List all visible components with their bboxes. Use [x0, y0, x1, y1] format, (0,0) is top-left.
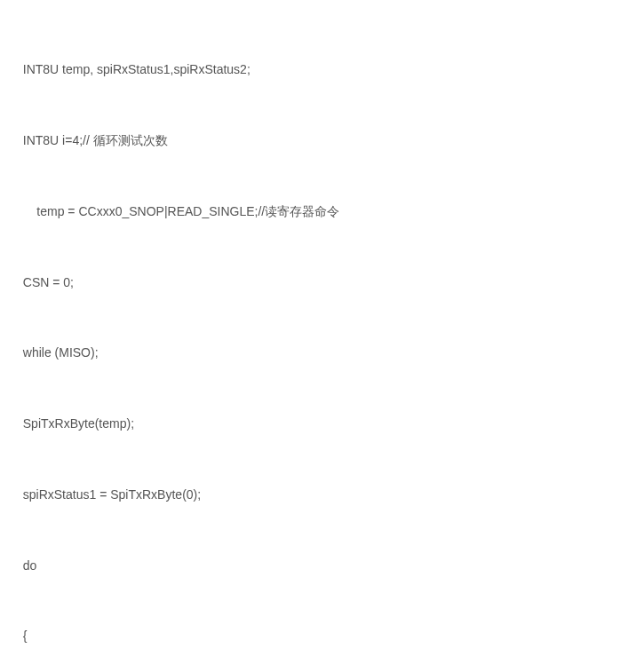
code-line: SpiTxRxByte(temp); [16, 412, 628, 436]
code-line: CSN = 0; [16, 271, 628, 295]
code-line: temp = CCxxx0_SNOP|READ_SINGLE;//读寄存器命令 [16, 200, 628, 224]
code-line: { [16, 624, 628, 648]
code-line: INT8U temp, spiRxStatus1,spiRxStatus2; [16, 58, 628, 82]
code-line: INT8U i=4;// 循环测试次数 [16, 129, 628, 153]
code-block: INT8U temp, spiRxStatus1,spiRxStatus2; I… [16, 11, 628, 672]
code-line: while (MISO); [16, 341, 628, 365]
code-line: do [16, 554, 628, 578]
code-line: spiRxStatus1 = SpiTxRxByte(0); [16, 483, 628, 507]
